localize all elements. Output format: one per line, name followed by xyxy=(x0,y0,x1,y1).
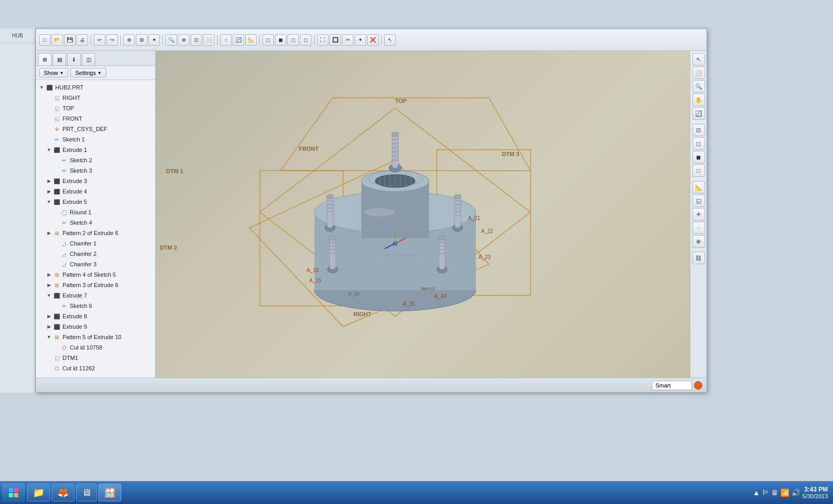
tb6[interactable]: 🔍 xyxy=(166,34,177,46)
rt-normal[interactable]: ◻ xyxy=(692,137,705,150)
tb16[interactable]: ⛶ xyxy=(317,34,329,46)
tb18[interactable]: ✂ xyxy=(342,34,354,46)
tb17[interactable]: 🔲 xyxy=(330,34,341,46)
csys-icon: ✛ xyxy=(53,125,61,133)
svg-point-57 xyxy=(326,195,334,199)
tree-item-extrude5[interactable]: ▼ ⬛ Extrude 5 xyxy=(36,197,155,207)
tb15[interactable]: ◻ xyxy=(300,34,311,46)
taskbar-app1[interactable]: 🖥 xyxy=(76,484,97,501)
dtm1-icon: ◱ xyxy=(53,354,61,362)
round1-label: Round 1 xyxy=(70,209,92,215)
tb8[interactable]: ⬜ xyxy=(203,34,214,46)
open-btn[interactable]: 📂 xyxy=(52,34,63,46)
tree-item-extrude4[interactable]: ▶ ⬛ Extrude 4 xyxy=(36,186,155,197)
redo-btn[interactable]: ↪ xyxy=(106,34,118,46)
rt-point[interactable]: · xyxy=(692,222,705,234)
svg-point-50 xyxy=(329,236,336,240)
rt-zoom[interactable]: 🔍 xyxy=(692,80,705,93)
side-strip-item[interactable]: HUB xyxy=(0,29,35,43)
tb3[interactable]: ⊕ xyxy=(123,34,135,46)
print-btn[interactable]: 🖨 xyxy=(77,34,88,46)
tree-item-right[interactable]: ◱ RIGHT xyxy=(36,93,155,103)
tb9[interactable]: ↕ xyxy=(220,34,232,46)
tree-item-sketch2[interactable]: ✏ Sketch 2 xyxy=(36,155,155,165)
dtm1-expand xyxy=(45,354,53,361)
tree-item-dtm1[interactable]: ◱ DTM1 xyxy=(36,353,155,363)
tree-item-csys[interactable]: ✛ PRT_CSYS_DEF xyxy=(36,124,155,134)
tab-layer[interactable]: ▤ xyxy=(53,53,66,66)
tree-item-front[interactable]: ◱ FRONT xyxy=(36,113,155,124)
start-button[interactable] xyxy=(2,483,25,502)
tb13[interactable]: ◼ xyxy=(275,34,286,46)
tb4[interactable]: ⊞ xyxy=(136,34,147,46)
tree-item-pattern5[interactable]: ▼ ⊞ Pattern 5 of Extrude 10 xyxy=(36,332,155,342)
settings-button[interactable]: Settings ▼ xyxy=(70,68,106,77)
show-button[interactable]: Show ▼ xyxy=(39,68,68,77)
sketch2-label: Sketch 2 xyxy=(70,157,92,163)
chamfer2-label: Chamfer 2 xyxy=(70,251,96,257)
extrude7-label: Extrude 7 xyxy=(62,292,87,299)
tree-item-pattern4[interactable]: ▶ ⊞ Pattern 4 of Sketch 5 xyxy=(36,269,155,280)
zoom-btn[interactable]: ⊕ xyxy=(178,34,190,46)
tree-item-extrude3[interactable]: ▶ ⬛ Extrude 3 xyxy=(36,176,155,186)
tab-tree[interactable]: ⊞ xyxy=(38,53,52,66)
top-plane-icon: ◱ xyxy=(53,104,61,112)
rt-axis[interactable]: ✛ xyxy=(692,208,705,221)
cursor-btn[interactable]: ↖ xyxy=(384,34,396,46)
taskbar-firefox[interactable]: 🦊 xyxy=(52,484,74,501)
tree-item-chamfer2[interactable]: ◿ Chamfer 2 xyxy=(36,249,155,259)
rt-pan[interactable]: ✋ xyxy=(692,94,705,106)
rt-csys2[interactable]: ⊕ xyxy=(692,235,705,248)
tree-item-extrude9[interactable]: ▶ ⬛ Extrude 9 xyxy=(36,321,155,332)
tb5[interactable]: ✦ xyxy=(148,34,160,46)
svg-point-28 xyxy=(392,132,399,136)
rt-select[interactable]: ↖ xyxy=(692,53,705,66)
svg-text:A_16: A_16 xyxy=(307,267,319,273)
new-btn[interactable]: □ xyxy=(39,34,51,46)
model-tree[interactable]: ▼ ⬛ HUB2.PRT ◱ RIGHT ◱ TOP xyxy=(36,80,155,392)
rt-wire[interactable]: □ xyxy=(692,164,705,177)
tb19[interactable]: ✦ xyxy=(355,34,366,46)
cut11262-expand xyxy=(45,365,53,372)
tree-item-extrude8[interactable]: ▶ ⬛ Extrude 8 xyxy=(36,311,155,321)
tree-item-sketch6[interactable]: ✏ Sketch 6 xyxy=(36,301,155,311)
rt-chain[interactable]: ⛓ xyxy=(692,252,705,264)
save-btn[interactable]: 💾 xyxy=(64,34,75,46)
tree-item-chamfer1[interactable]: ◿ Chamfer 1 xyxy=(36,238,155,249)
rt-orient[interactable]: ⊡ xyxy=(692,124,705,136)
rt-dim[interactable]: 📐 xyxy=(692,181,705,193)
rt-shaded[interactable]: ◼ xyxy=(692,151,705,163)
tree-item-pattern3[interactable]: ▶ ⊞ Pattern 3 of Extrude 6 xyxy=(36,280,155,290)
tb7[interactable]: ⊡ xyxy=(191,34,202,46)
tree-item-sketch1[interactable]: ✏ Sketch 1 xyxy=(36,134,155,145)
taskbar-app2[interactable]: 🪟 xyxy=(98,484,121,501)
tb14[interactable]: ◻ xyxy=(287,34,299,46)
tab-props[interactable]: ℹ xyxy=(67,53,81,66)
tree-item-top[interactable]: ◱ TOP xyxy=(36,103,155,113)
viewport[interactable]: DTM 1 DTM 2 FRONT TOP DTM 3 RIGHT xyxy=(156,51,690,392)
svg-rect-73 xyxy=(9,488,13,492)
rt-datum[interactable]: ◱ xyxy=(692,195,705,207)
tree-item-chamfer3[interactable]: ◿ Chamfer 3 xyxy=(36,259,155,269)
tree-item-pattern2[interactable]: ▶ ⊞ Pattern 2 of Extrude 6 xyxy=(36,228,155,238)
extrude3-icon: ⬛ xyxy=(53,177,61,185)
tree-item-round1[interactable]: ◯ Round 1 xyxy=(36,207,155,217)
tree-item-extrude7[interactable]: ▼ ⬛ Extrude 7 xyxy=(36,290,155,301)
tb12[interactable]: ◻ xyxy=(262,34,274,46)
tree-item-cut10758[interactable]: ⬡ Cut id 10758 xyxy=(36,342,155,353)
tb11[interactable]: 📐 xyxy=(245,34,257,46)
undo-btn[interactable]: ↩ xyxy=(94,34,105,46)
tree-item-sketch4[interactable]: ✏ Sketch 4 xyxy=(36,217,155,228)
tb20[interactable]: ❌ xyxy=(367,34,378,46)
rt-rotate[interactable]: 🔄 xyxy=(692,107,705,120)
rt-view[interactable]: ⬜ xyxy=(692,67,705,79)
tree-item-extrude1[interactable]: ▼ ⬛ Extrude 1 xyxy=(36,145,155,155)
tab-more[interactable]: ◫ xyxy=(82,53,95,66)
tb10[interactable]: 🔄 xyxy=(233,34,244,46)
taskbar-folder[interactable]: 📁 xyxy=(27,484,50,501)
tree-item-sketch3[interactable]: ✏ Sketch 3 xyxy=(36,165,155,176)
tree-item-cut11262[interactable]: ⬡ Cut id 11262 xyxy=(36,363,155,373)
right-toolbar: ↖ ⬜ 🔍 ✋ 🔄 ⊡ ◻ ◼ □ 📐 ◱ ✛ · ⊕ ⛓ xyxy=(690,51,706,392)
tree-root[interactable]: ▼ ⬛ HUB2.PRT xyxy=(36,82,155,93)
filter-dropdown[interactable]: Smart Feature Geometry Datum Quilt xyxy=(652,381,692,390)
